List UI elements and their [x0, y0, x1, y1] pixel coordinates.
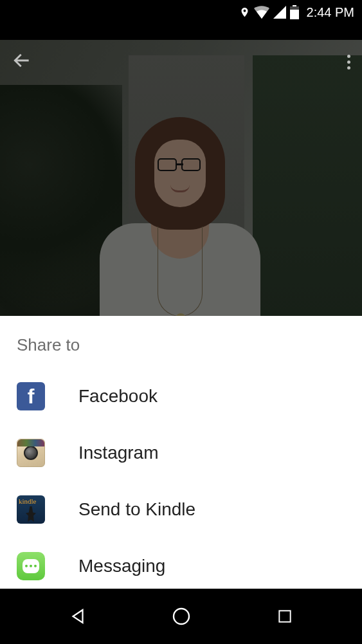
- nav-recents-button[interactable]: [266, 597, 304, 636]
- share-item-kindle[interactable]: kindle Send to Kindle: [0, 481, 362, 538]
- svg-rect-2: [293, 5, 296, 6]
- share-item-facebook[interactable]: f Facebook: [0, 368, 362, 425]
- share-item-label: Facebook: [78, 386, 158, 407]
- nav-back-button[interactable]: [59, 597, 97, 636]
- status-bar: 2:44 PM: [0, 0, 362, 24]
- app-content: Share to f Facebook Instagram kindle Sen…: [0, 24, 362, 589]
- status-time: 2:44 PM: [307, 5, 354, 20]
- svg-rect-1: [290, 10, 299, 19]
- messaging-icon: [17, 552, 45, 580]
- share-item-instagram[interactable]: Instagram: [0, 425, 362, 481]
- navigation-bar: [0, 589, 362, 644]
- wifi-icon: [254, 6, 269, 19]
- kindle-icon: kindle: [17, 495, 45, 524]
- share-item-label: Instagram: [78, 443, 159, 463]
- share-item-label: Send to Kindle: [78, 499, 195, 520]
- svg-point-3: [174, 609, 189, 624]
- signal-icon: [273, 6, 286, 19]
- facebook-icon: f: [17, 382, 45, 410]
- share-sheet: Share to f Facebook Instagram kindle Sen…: [0, 316, 362, 589]
- battery-icon: [290, 5, 299, 19]
- location-icon: [239, 5, 250, 19]
- svg-rect-4: [279, 611, 290, 621]
- back-button[interactable]: [12, 50, 32, 73]
- instagram-icon: [17, 439, 45, 467]
- share-item-label: Messaging: [78, 556, 165, 576]
- share-item-messaging[interactable]: Messaging: [0, 538, 362, 594]
- photo-toolbar: [0, 40, 362, 84]
- share-title: Share to: [0, 316, 362, 368]
- nav-home-button[interactable]: [162, 597, 201, 636]
- more-options-button[interactable]: [347, 55, 350, 69]
